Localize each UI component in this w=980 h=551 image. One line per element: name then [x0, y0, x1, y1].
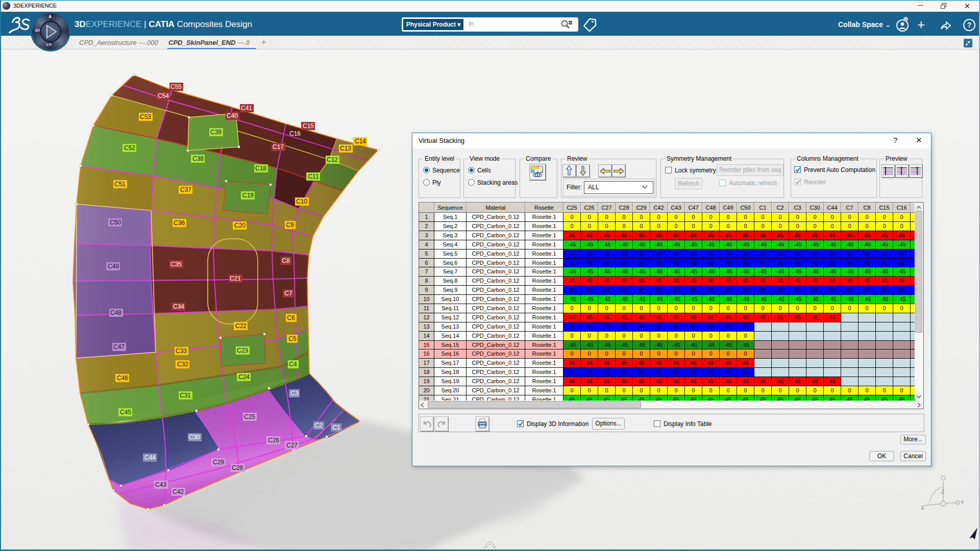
svg-text:C32: C32	[177, 361, 188, 368]
svg-text:C6: C6	[287, 314, 295, 321]
svg-text:C27: C27	[286, 442, 298, 449]
svg-text:C21: C21	[230, 275, 241, 282]
svg-text:C9: C9	[286, 221, 294, 229]
svg-text:C26: C26	[268, 437, 279, 444]
svg-text:C31: C31	[180, 392, 191, 399]
svg-text:C30: C30	[189, 434, 200, 441]
svg-text:C17: C17	[273, 143, 284, 151]
svg-text:C2: C2	[314, 422, 323, 429]
svg-text:C7: C7	[284, 290, 292, 297]
svg-text:C43: C43	[155, 481, 166, 488]
svg-text:C35: C35	[170, 261, 182, 268]
svg-text:C37: C37	[180, 186, 191, 193]
svg-text:C48: C48	[110, 309, 121, 316]
svg-text:C46: C46	[117, 374, 128, 382]
svg-text:?: ?	[967, 21, 972, 29]
svg-text:C53: C53	[140, 113, 151, 120]
svg-text:C52: C52	[124, 144, 135, 152]
svg-text:C4: C4	[289, 361, 297, 368]
svg-text:C15: C15	[303, 122, 314, 130]
svg-text:C33: C33	[176, 347, 187, 355]
svg-text:C42: C42	[173, 488, 184, 495]
svg-text:C49: C49	[108, 263, 119, 270]
svg-text:C36: C36	[174, 219, 185, 227]
svg-text:C3: C3	[290, 390, 299, 397]
svg-text:C10: C10	[296, 198, 307, 205]
svg-text:C19: C19	[242, 192, 254, 199]
svg-text:C41: C41	[241, 105, 252, 112]
svg-text:C23: C23	[237, 347, 248, 354]
svg-text:C8: C8	[282, 257, 290, 264]
svg-text:C12: C12	[327, 156, 338, 163]
svg-text:Z: Z	[941, 489, 944, 494]
svg-text:C45: C45	[120, 409, 131, 416]
svg-text:C54: C54	[158, 92, 169, 99]
svg-text:C20: C20	[234, 222, 246, 229]
svg-text:C14: C14	[355, 138, 366, 145]
svg-text:C22: C22	[235, 322, 247, 330]
svg-text:C5: C5	[288, 335, 297, 342]
svg-text:C28: C28	[232, 464, 243, 471]
svg-text:C24: C24	[238, 373, 250, 381]
svg-text:C18: C18	[255, 165, 266, 172]
svg-text:C29: C29	[213, 459, 224, 466]
svg-text:C40: C40	[227, 112, 238, 119]
svg-text:C55: C55	[170, 83, 182, 90]
svg-text:C1: C1	[332, 424, 340, 431]
svg-text:C34: C34	[173, 303, 184, 310]
svg-text:C44: C44	[144, 454, 156, 461]
svg-text:C39: C39	[210, 129, 222, 136]
svg-text:C16: C16	[289, 130, 301, 137]
svg-text:C51: C51	[114, 181, 126, 188]
svg-text:C13: C13	[340, 145, 351, 152]
svg-text:C25: C25	[244, 413, 255, 420]
svg-text:Y: Y	[961, 500, 964, 506]
svg-text:C50: C50	[110, 219, 121, 226]
svg-text:X: X	[921, 505, 924, 511]
svg-text:C38: C38	[192, 155, 204, 162]
svg-text:C47: C47	[113, 343, 125, 350]
svg-text:C11: C11	[308, 173, 318, 180]
